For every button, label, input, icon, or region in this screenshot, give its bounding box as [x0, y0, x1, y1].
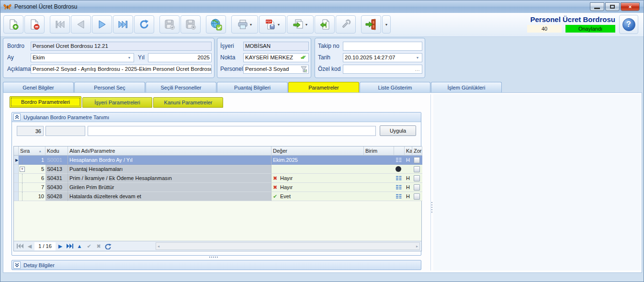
tools-button[interactable] — [336, 15, 356, 34]
chevron-down-icon: ▼ — [126, 54, 132, 62]
panel-title: Uygulanan Bordro Parametre Tanımı — [23, 114, 109, 120]
row-indicator-icon: ▶ — [15, 158, 18, 162]
svg-text:PDF: PDF — [266, 20, 271, 23]
table-row[interactable]: +5 S0413 Puantaj Hesaplamaları — [14, 165, 421, 174]
exit-button[interactable] — [361, 15, 381, 34]
aciklama-field[interactable]: Personel-2 Soyad - Ayrılış Bordrosu - 20… — [31, 65, 212, 74]
ozel-kod-field[interactable]: … — [343, 65, 422, 74]
window-title: Personel Ücret Bordrosu — [14, 3, 77, 10]
delete-record-button[interactable] — [24, 15, 45, 34]
copy-menu-caret-icon: ▼ — [305, 23, 308, 26]
zorunlu-checkbox[interactable] — [414, 166, 420, 172]
tab-puantaj-bilgileri[interactable]: Puantaj Bilgileri — [217, 82, 288, 92]
close-button[interactable]: × — [621, 2, 640, 11]
grid-accept-button[interactable]: ✔ — [84, 242, 94, 250]
collapse-panel-button[interactable] — [13, 113, 21, 121]
titlebar: Personel Ücret Bordrosu × — [0, 0, 644, 13]
grid-collapse-button[interactable]: ▲ — [75, 242, 84, 250]
expand-detay-button[interactable] — [13, 261, 21, 269]
column-header-zor[interactable]: Zor — [412, 147, 422, 156]
pdf-export-button[interactable]: PDF ▼ — [259, 15, 286, 34]
tarih-label: Tarih — [318, 54, 330, 61]
tab-parametreler[interactable]: Parametreler — [288, 82, 359, 92]
column-header-ka[interactable]: Ka — [405, 147, 412, 156]
nav-next-icon — [96, 19, 108, 30]
parameters-grid: Sıra ▲ Kodu Alan Adı/Parametre Değer Bir… — [13, 146, 422, 251]
scroll-right-icon[interactable]: ▸ — [416, 244, 418, 248]
column-header-alan[interactable]: Alan Adı/Parametre — [68, 147, 271, 156]
import-button[interactable] — [315, 15, 335, 34]
column-header-sira[interactable]: Sıra ▲ — [19, 147, 45, 156]
sort-ascending-icon: ▲ — [38, 149, 42, 153]
ozel-kod-label: Özel kod — [318, 66, 340, 72]
tarih-picker[interactable]: 20.10.2025 14:27:07 ▼ — [343, 53, 422, 62]
table-row[interactable]: 10 S0428 Hatalarda düzelterek devam et ✔… — [14, 192, 421, 201]
save-button[interactable] — [159, 15, 180, 34]
nokta-field[interactable]: KAYSERİ MERKEZ ✔✔ — [243, 53, 309, 62]
maximize-button[interactable] — [605, 2, 620, 11]
apply-button[interactable]: Uygula — [380, 125, 416, 136]
tab-islem-gunlukleri[interactable]: İşlem Günlükleri — [431, 82, 502, 92]
help-button[interactable]: ? — [619, 15, 638, 34]
personel-label: Personel — [220, 66, 243, 72]
butterfly-app-icon — [3, 3, 11, 11]
minimize-button[interactable] — [590, 2, 604, 11]
tab-secili-personeller[interactable]: Seçili Personeller — [146, 82, 216, 92]
tree-guide — [22, 174, 23, 182]
new-record-button[interactable] — [3, 15, 23, 34]
personel-field[interactable]: Personel-3 Soyad — [243, 65, 309, 74]
horizontal-splitter[interactable] — [209, 257, 218, 258]
table-row[interactable]: ▶ 1 S0001 Hesaplanan Bordro Ay / Yıl Eki… — [14, 156, 421, 165]
column-header-deger[interactable]: Değer — [271, 147, 364, 156]
vertical-splitter[interactable] — [430, 94, 433, 271]
table-row[interactable]: 7 S0430 Girilen Prim Brüttür ✖Hayır H — [14, 183, 421, 192]
scroll-left-icon[interactable]: ◂ — [158, 244, 159, 248]
column-header-kodu[interactable]: Kodu — [45, 147, 68, 156]
yil-field[interactable]: 2025 — [148, 53, 212, 62]
column-header-birim[interactable]: Birim — [364, 147, 394, 156]
exit-menu-button[interactable]: ▼ — [382, 15, 391, 34]
funnel-check-icon[interactable] — [301, 66, 307, 72]
tab-genel-bilgiler[interactable]: Genel Bilgiler — [3, 82, 74, 92]
grid-refresh-button[interactable] — [103, 242, 113, 250]
subtab-isyeri-parametreleri[interactable]: İşyeri Parametreleri — [82, 97, 152, 108]
panel-header: Uygulanan Bordro Parametre Tanımı — [12, 113, 421, 122]
next-record-button[interactable] — [92, 15, 112, 34]
horizontal-scrollbar[interactable]: ◂ ▸ — [156, 242, 420, 250]
zorunlu-checkbox[interactable] — [414, 157, 420, 163]
grid-prev-button[interactable]: ◀ — [25, 242, 34, 250]
refresh-button[interactable] — [134, 15, 154, 34]
tab-liste-gosterim[interactable]: Liste Gösterim — [360, 82, 430, 92]
subtab-bordro-parametreleri[interactable]: Bordro Parametreleri — [10, 96, 81, 108]
first-record-button[interactable] — [50, 15, 70, 34]
parameter-code-field[interactable] — [45, 126, 85, 136]
previous-record-button[interactable] — [71, 15, 91, 34]
takip-no-field[interactable] — [343, 42, 422, 51]
grid-next-button[interactable]: ▶ — [56, 242, 65, 250]
subtab-kanuni-parametreler[interactable]: Kanuni Parametreler — [153, 97, 223, 108]
save-cancel-button[interactable] — [181, 15, 201, 34]
approve-button[interactable] — [206, 15, 226, 34]
zorunlu-checkbox[interactable] — [414, 193, 420, 200]
grid-last-button[interactable] — [65, 242, 75, 250]
copy-transfer-button[interactable]: ▼ — [287, 15, 314, 34]
aciklama-label: Açıklama — [7, 66, 31, 72]
print-button[interactable]: ▼ — [231, 15, 258, 34]
parameter-id-field[interactable] — [17, 126, 44, 136]
app-window: Personel Ücret Bordrosu × — [0, 0, 644, 282]
grid-first-button[interactable] — [15, 242, 25, 250]
grid-cancel-button[interactable]: ✖ — [94, 242, 103, 250]
parameter-name-field[interactable] — [88, 126, 376, 136]
print-menu-caret-icon: ▼ — [249, 23, 253, 26]
pdf-menu-caret-icon: ▼ — [277, 23, 281, 26]
table-row[interactable]: 6 S0431 Prim / İkramiye / Ek Ödeme Hesap… — [14, 174, 421, 183]
column-header-icon[interactable] — [394, 147, 405, 156]
last-record-button[interactable] — [113, 15, 133, 34]
zorunlu-checkbox[interactable] — [414, 175, 420, 181]
nav-last-icon — [117, 19, 129, 30]
grid-first-icon — [17, 243, 23, 249]
zorunlu-checkbox[interactable] — [414, 184, 420, 191]
ay-select[interactable]: Ekim ▼ — [31, 53, 134, 62]
tab-personel-sec[interactable]: Personel Seç — [74, 82, 145, 92]
expand-plus-icon[interactable]: + — [20, 167, 25, 172]
